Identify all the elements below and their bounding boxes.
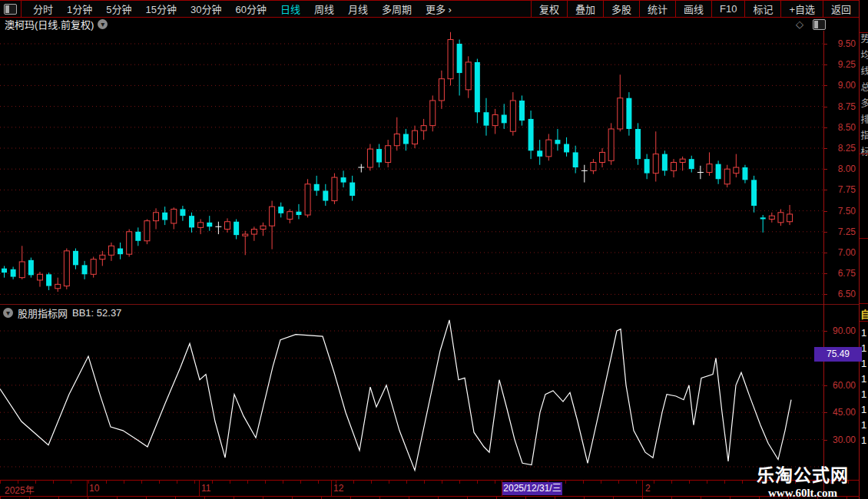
price-label: 9.25 <box>827 58 856 71</box>
month-label: 10 <box>89 483 99 494</box>
right-edge-panel: 势均线总多排指标 自 11111111 <box>860 0 868 499</box>
price-label: 7.75 <box>827 183 856 196</box>
action-button-+自选[interactable]: +自选 <box>780 1 823 17</box>
price-label: 6.75 <box>827 267 856 279</box>
bottom-stub-row <box>0 496 868 499</box>
chart-title-bar: 澳柯玛(日线.前复权) ▾ <box>0 17 108 31</box>
month-label: 12 <box>333 483 343 494</box>
month-separator <box>331 481 332 496</box>
axis-tick <box>823 107 827 107</box>
strip-digit: 1 <box>861 356 866 372</box>
price-label: 7.25 <box>827 226 856 238</box>
split-window-icon[interactable] <box>813 19 826 30</box>
axis-tick <box>823 127 827 128</box>
action-button-统计[interactable]: 统计 <box>639 1 675 17</box>
period-tab-分时[interactable]: 分时 <box>26 2 60 16</box>
indicator-axis-label: 60.00 <box>827 379 856 392</box>
axis-tick <box>823 190 827 190</box>
action-button-画线[interactable]: 画线 <box>675 1 711 17</box>
strip-divider <box>860 321 868 322</box>
indicator-axis-label: 90.00 <box>827 325 856 337</box>
strip-digit: 1 <box>861 341 866 356</box>
main-candlestick-chart[interactable] <box>0 31 823 304</box>
month-separator <box>502 481 502 496</box>
month-separator <box>642 481 643 496</box>
watermark-site-name: 乐淘公式网 <box>757 461 849 487</box>
date-axis[interactable]: 2025年 2025/12/31/三 1011122 <box>0 480 859 496</box>
action-button-返回[interactable]: 返回 <box>823 1 859 17</box>
strip-digit: 1 <box>861 387 866 402</box>
indicator-highlight-badge: 75.49 <box>814 347 862 362</box>
action-button-标记[interactable]: 标记 <box>744 1 780 17</box>
period-tab-1分钟[interactable]: 1分钟 <box>60 2 99 16</box>
axis-tick <box>823 385 827 386</box>
period-tab-月线[interactable]: 月线 <box>341 2 375 16</box>
indicator-chart[interactable] <box>0 315 823 480</box>
price-label: 8.25 <box>827 142 856 154</box>
chevron-down-icon[interactable]: ▾ <box>98 19 108 29</box>
action-button-叠加[interactable]: 叠加 <box>567 1 603 17</box>
panel-layout-button[interactable] <box>0 1 22 17</box>
axis-tick <box>823 253 827 253</box>
period-tab-周线[interactable]: 周线 <box>307 2 341 16</box>
action-button-多股[interactable]: 多股 <box>603 1 639 17</box>
strip-divider <box>860 238 868 239</box>
price-label: 9.00 <box>827 79 856 91</box>
strip-digit: 1 <box>861 418 866 433</box>
stock-app-window: 分时1分钟5分钟15分钟30分钟60分钟日线周线月线多周期更多 › 复权叠加多股… <box>0 0 868 499</box>
axis-tick <box>823 44 827 45</box>
period-tab-15分钟[interactable]: 15分钟 <box>138 2 183 16</box>
period-tab-多周期[interactable]: 多周期 <box>375 2 419 16</box>
diamond-icon[interactable]: ◇ <box>796 18 803 30</box>
period-tab-日线[interactable]: 日线 <box>273 2 307 16</box>
period-toolbar: 分时1分钟5分钟15分钟30分钟60分钟日线周线月线多周期更多 › 复权叠加多股… <box>0 0 859 18</box>
indicator-axis-label: 30.00 <box>827 434 856 446</box>
right-panel-glyph-fragments: 势均线总多排指标 <box>860 34 868 163</box>
right-panel-digits: 11111111 <box>861 326 866 448</box>
axis-tick <box>823 331 827 332</box>
strip-digit: 1 <box>861 326 866 341</box>
price-axis-line <box>823 31 824 495</box>
axis-tick <box>823 211 827 212</box>
period-tab-5分钟[interactable]: 5分钟 <box>99 2 138 16</box>
axis-tick <box>823 232 827 233</box>
action-buttons: 复权叠加多股统计画线F10标记+自选返回 <box>531 1 859 17</box>
action-button-复权[interactable]: 复权 <box>531 1 567 17</box>
chart-title: 澳柯玛(日线.前复权) <box>5 17 94 31</box>
window-layout-icon <box>4 4 17 15</box>
price-label: 7.00 <box>827 246 856 259</box>
selected-date-badge: 2025/12/31/三 <box>502 482 562 495</box>
period-tab-30分钟[interactable]: 30分钟 <box>184 2 228 16</box>
month-separator <box>199 481 200 496</box>
period-tab-更多 ›[interactable]: 更多 › <box>419 2 459 16</box>
strip-digit: 1 <box>861 372 866 387</box>
corner-icons: ◇ <box>796 18 826 30</box>
strip-divider <box>860 32 868 33</box>
strip-divider <box>860 303 868 304</box>
price-label: 7.50 <box>827 205 856 217</box>
price-label: 8.00 <box>827 163 856 175</box>
strip-digit: 1 <box>861 433 866 448</box>
month-label: 2 <box>645 483 651 494</box>
period-tabs: 分时1分钟5分钟15分钟30分钟60分钟日线周线月线多周期更多 › <box>22 1 459 17</box>
price-label: 9.50 <box>827 38 856 50</box>
strip-digit: 1 <box>861 402 866 418</box>
axis-tick <box>823 148 827 149</box>
price-label: 8.75 <box>827 101 856 113</box>
price-label: 6.50 <box>827 288 856 300</box>
axis-tick <box>823 85 827 86</box>
indicator-axis-label: 45.00 <box>827 406 856 418</box>
axis-tick <box>823 412 827 413</box>
strip-divider <box>860 154 868 154</box>
axis-tick <box>823 169 827 170</box>
period-tab-60分钟[interactable]: 60分钟 <box>228 2 273 16</box>
axis-tick <box>823 273 827 274</box>
year-label: 2025年 <box>5 483 35 496</box>
watermark-site-url: www.60lt.com <box>757 487 849 499</box>
month-separator <box>87 481 88 496</box>
axis-tick <box>823 64 827 65</box>
price-label: 8.50 <box>827 121 856 134</box>
right-panel-tab-label[interactable]: 自 <box>860 306 868 321</box>
action-button-F10[interactable]: F10 <box>711 1 744 17</box>
axis-tick <box>823 294 827 295</box>
